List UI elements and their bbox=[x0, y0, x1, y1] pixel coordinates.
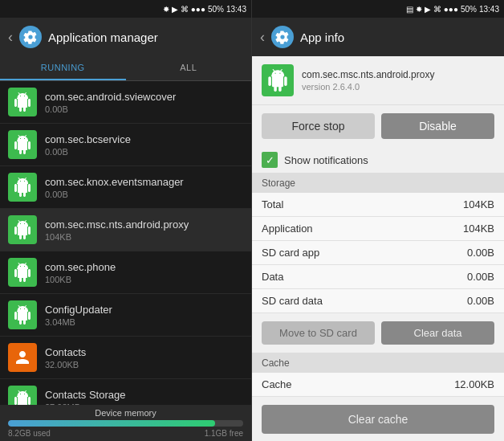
app-name: Contacts bbox=[45, 346, 243, 358]
signal-icon: ●●● bbox=[191, 5, 205, 14]
memory-used: 8.2GB used bbox=[8, 429, 51, 438]
app-info-configupdater: ConfigUpdater 3.04MB bbox=[45, 304, 243, 327]
app-name: com.sec.knox.eventsmanager bbox=[45, 176, 243, 188]
app-icon-knox bbox=[8, 173, 37, 202]
device-memory-bar: Device memory 8.2GB used 1.1GB free bbox=[0, 405, 251, 441]
cache-row: Cache 12.00KB bbox=[252, 373, 504, 397]
total-value: 104KB bbox=[463, 198, 494, 210]
sdcard-data-label: SD card data bbox=[262, 295, 323, 307]
app-info-sviewcover: com.sec.android.sviewcover 0.00B bbox=[45, 91, 243, 114]
app-version: version 2.6.4.0 bbox=[302, 82, 434, 92]
disable-button[interactable]: Disable bbox=[381, 113, 494, 139]
app-icon-bcservice bbox=[8, 130, 37, 159]
right-header: ‹ App info bbox=[252, 18, 504, 56]
app-name: com.sec.android.sviewcover bbox=[45, 91, 243, 103]
app-info-app-icon bbox=[262, 64, 294, 96]
app-size: 32.00KB bbox=[45, 360, 243, 370]
list-item[interactable]: com.sec.phone 100KB bbox=[0, 251, 251, 294]
storage-sdcard-data-row: SD card data 0.00B bbox=[252, 289, 504, 313]
notifications-checkbox[interactable]: ✓ bbox=[262, 152, 278, 168]
right-screenshot-icon: ▤ bbox=[406, 5, 413, 14]
app-icon-configupdater bbox=[8, 300, 37, 329]
app-name: Contacts Storage bbox=[45, 389, 243, 401]
app-size: 0.00B bbox=[45, 147, 243, 157]
app-icon-phone bbox=[8, 258, 37, 287]
right-bluetooth-icon: ✸ bbox=[416, 5, 422, 14]
notifications-label: Show notifications bbox=[284, 154, 368, 166]
app-size: 104KB bbox=[45, 232, 243, 242]
app-icon-proxy bbox=[8, 215, 37, 244]
wifi-icon: ⌘ bbox=[181, 5, 189, 14]
app-size: 0.00B bbox=[45, 104, 243, 114]
right-mute-icon: ▶ bbox=[425, 5, 431, 14]
right-signal-icon: ●●● bbox=[444, 5, 458, 14]
list-item[interactable]: Contacts 32.00KB bbox=[0, 337, 251, 379]
app-size: 100KB bbox=[45, 275, 243, 284]
storage-data-row: Data 0.00B bbox=[252, 265, 504, 289]
mute-icon: ▶ bbox=[172, 5, 178, 14]
back-button-right[interactable]: ‹ bbox=[260, 29, 265, 46]
app-list: com.sec.android.sviewcover 0.00B com.sec… bbox=[0, 81, 251, 405]
clear-data-button[interactable]: Clear data bbox=[381, 321, 494, 345]
storage-section-header: Storage bbox=[252, 174, 504, 193]
sdcard-label: SD card app bbox=[262, 247, 319, 259]
app-size: 3.04MB bbox=[45, 317, 243, 327]
bluetooth-icon: ✸ bbox=[163, 5, 169, 14]
memory-bar-fill bbox=[8, 420, 215, 427]
left-status-icons: ✸ ▶ ⌘ ●●● 50% 13:43 bbox=[163, 5, 246, 14]
left-header-title: Application manager bbox=[48, 31, 158, 44]
app-name: com.sec.bcservice bbox=[45, 133, 243, 145]
force-stop-button[interactable]: Force stop bbox=[262, 113, 375, 139]
main-action-buttons: Force stop Disable bbox=[252, 105, 504, 147]
app-info-text: com.sec.msc.nts.android.proxy version 2.… bbox=[302, 69, 434, 92]
app-info-contacts: Contacts 32.00KB bbox=[45, 346, 243, 370]
app-info-phone: com.sec.phone 100KB bbox=[45, 261, 243, 284]
storage-action-buttons: Move to SD card Clear data bbox=[252, 313, 504, 353]
cache-section-header: Cache bbox=[252, 353, 504, 373]
sdcard-data-value: 0.00B bbox=[467, 295, 494, 307]
left-panel: ✸ ▶ ⌘ ●●● 50% 13:43 ‹ Application manage… bbox=[0, 0, 252, 441]
right-wifi-icon: ⌘ bbox=[433, 5, 441, 14]
right-battery-text: 50% bbox=[461, 5, 477, 14]
app-manager-tabs: RUNNING ALL bbox=[0, 56, 251, 81]
list-item[interactable]: com.sec.knox.eventsmanager 0.00B bbox=[0, 166, 251, 209]
move-to-sd-button[interactable]: Move to SD card bbox=[262, 321, 375, 345]
list-item[interactable]: com.sec.bcservice 0.00B bbox=[0, 124, 251, 166]
app-info-contacts-storage: Contacts Storage 27.98MB bbox=[45, 389, 243, 406]
app-info-bcservice: com.sec.bcservice 0.00B bbox=[45, 133, 243, 157]
app-icon-contacts-storage bbox=[8, 386, 37, 405]
right-header-title: App info bbox=[300, 31, 344, 44]
back-button-left[interactable]: ‹ bbox=[8, 29, 13, 46]
list-item[interactable]: com.sec.msc.nts.android.proxy 104KB bbox=[0, 209, 251, 251]
list-item[interactable]: Contacts Storage 27.98MB bbox=[0, 379, 251, 405]
device-memory-label: Device memory bbox=[8, 408, 243, 418]
clear-cache-button[interactable]: Clear cache bbox=[262, 405, 494, 434]
cache-action-buttons: Clear cache bbox=[252, 397, 504, 441]
left-header: ‹ Application manager bbox=[0, 18, 251, 56]
app-info-gear-icon bbox=[271, 26, 294, 48]
app-icon-contacts bbox=[8, 343, 37, 372]
app-info-header-row: com.sec.msc.nts.android.proxy version 2.… bbox=[252, 56, 504, 105]
cache-label: Cache bbox=[262, 378, 292, 390]
app-name: com.sec.msc.nts.android.proxy bbox=[45, 218, 243, 231]
tab-running[interactable]: RUNNING bbox=[0, 56, 126, 80]
right-panel: ▤ ✸ ▶ ⌘ ●●● 50% 13:43 ‹ App info com.sec… bbox=[252, 0, 504, 441]
tab-all[interactable]: ALL bbox=[126, 56, 252, 80]
application-value: 104KB bbox=[463, 223, 494, 235]
cache-value: 12.00KB bbox=[454, 378, 494, 390]
right-status-icons: ▤ ✸ ▶ ⌘ ●●● 50% 13:43 bbox=[406, 5, 499, 14]
data-label: Data bbox=[262, 271, 283, 283]
storage-sdcard-row: SD card app 0.00B bbox=[252, 241, 504, 265]
settings-gear-icon bbox=[19, 26, 42, 48]
battery-text: 50% bbox=[208, 5, 224, 14]
storage-total-row: Total 104KB bbox=[252, 193, 504, 217]
app-icon-sviewcover bbox=[8, 88, 37, 116]
app-package-name: com.sec.msc.nts.android.proxy bbox=[302, 69, 434, 80]
time-left: 13:43 bbox=[226, 5, 246, 14]
show-notifications-row[interactable]: ✓ Show notifications bbox=[252, 147, 504, 174]
memory-free: 1.1GB free bbox=[205, 429, 243, 438]
list-item[interactable]: com.sec.android.sviewcover 0.00B bbox=[0, 81, 251, 124]
sdcard-value: 0.00B bbox=[467, 247, 494, 259]
list-item[interactable]: ConfigUpdater 3.04MB bbox=[0, 294, 251, 337]
storage-application-row: Application 104KB bbox=[252, 217, 504, 241]
